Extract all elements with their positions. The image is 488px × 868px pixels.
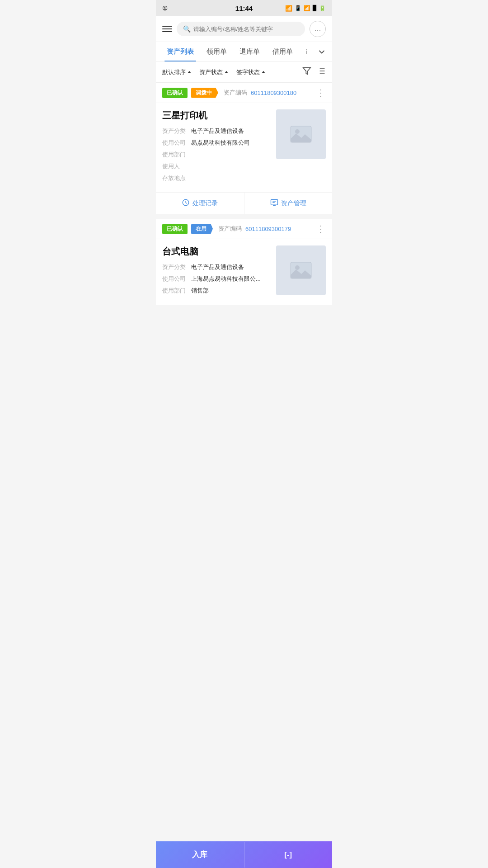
- asset-manage-label-1: 资产管理: [281, 199, 306, 208]
- search-bar[interactable]: 🔍: [177, 22, 305, 36]
- card-body-2: 台式电脑 资产分类 电子产品及通信设备 使用公司 上海易点易动科技有限公... …: [156, 239, 332, 305]
- code-label-1: 资产编码: [224, 89, 247, 97]
- sign-status-label: 签字状态: [236, 68, 260, 76]
- list-view-icon[interactable]: [317, 66, 326, 78]
- search-icon: 🔍: [183, 25, 191, 33]
- sort-label: 默认排序: [162, 68, 186, 76]
- sign-status-arrow-icon: [262, 71, 265, 73]
- asset-card-1: 已确认 调拨中 资产编码 60111809300180 ⋮ 三星打印机 资产分类…: [156, 83, 332, 214]
- info-value-company-2: 上海易点易动科技有限公...: [191, 275, 261, 283]
- tab-return[interactable]: 退库单: [233, 42, 266, 61]
- tab-asset-list[interactable]: 资产列表: [160, 42, 200, 61]
- info-user-1: 使用人: [162, 162, 271, 170]
- info-value-category-1: 电子产品及通信设备: [191, 127, 244, 135]
- advanced-filter-icon[interactable]: [302, 66, 311, 78]
- info-label-user-1: 使用人: [162, 162, 191, 170]
- phone-icon: 📱: [295, 5, 301, 11]
- info-dept-2: 使用部门 销售部: [162, 287, 271, 295]
- info-label-dept-2: 使用部门: [162, 287, 191, 295]
- info-dept-1: 使用部门: [162, 151, 271, 159]
- card-more-button-2[interactable]: ⋮: [316, 223, 326, 234]
- card-header-1: 已确认 调拨中 资产编码 60111809300180 ⋮: [156, 83, 332, 103]
- card-info-2: 台式电脑 资产分类 电子产品及通信设备 使用公司 上海易点易动科技有限公... …: [162, 245, 271, 298]
- header: 🔍 …: [156, 16, 332, 42]
- wifi-icon: 📶: [304, 5, 310, 11]
- search-input[interactable]: [193, 26, 299, 33]
- info-label-dept-1: 使用部门: [162, 151, 191, 159]
- tab-dropdown-button[interactable]: [316, 44, 328, 60]
- info-value-category-2: 电子产品及通信设备: [191, 263, 244, 271]
- tab-requisition[interactable]: 领用单: [200, 42, 233, 61]
- card-more-button-1[interactable]: ⋮: [316, 87, 326, 98]
- status-icons: 📶 📱 📶 ▉ 🔋: [285, 5, 326, 12]
- tab-borrow[interactable]: 借用单: [266, 42, 299, 61]
- code-value-1: 60111809300180: [251, 90, 296, 96]
- card-info-1: 三星打印机 资产分类 电子产品及通信设备 使用公司 易点易动科技有限公司 使用部…: [162, 109, 271, 186]
- tabs-bar: 资产列表 领用单 退库单 借用单 i: [156, 42, 332, 62]
- code-value-2: 60111809300179: [245, 226, 291, 232]
- filter-icons: [302, 66, 326, 78]
- info-label-category-1: 资产分类: [162, 127, 191, 135]
- asset-name-2: 台式电脑: [162, 245, 271, 258]
- badge-confirmed-1: 已确认: [162, 88, 188, 98]
- info-value-company-1: 易点易动科技有限公司: [191, 139, 250, 147]
- info-company-2: 使用公司 上海易点易动科技有限公...: [162, 275, 271, 283]
- asset-status-arrow-icon: [225, 71, 228, 73]
- asset-status-filter[interactable]: 资产状态: [199, 68, 228, 76]
- info-label-location-1: 存放地点: [162, 174, 191, 182]
- tab-more-label[interactable]: i: [299, 42, 313, 61]
- card-header-2: 已确认 在用 资产编码 60111809300179 ⋮: [156, 219, 332, 239]
- info-category-2: 资产分类 电子产品及通信设备: [162, 263, 271, 271]
- info-location-1: 存放地点: [162, 174, 271, 182]
- badge-status-1: 调拨中: [191, 88, 218, 98]
- bluetooth-icon: 📶: [285, 5, 292, 12]
- card-body-1: 三星打印机 资产分类 电子产品及通信设备 使用公司 易点易动科技有限公司 使用部…: [156, 103, 332, 192]
- status-bar: ① 11:44 📶 📱 📶 ▉ 🔋: [156, 0, 332, 16]
- status-circle: ①: [162, 5, 168, 12]
- filter-row: 默认排序 资产状态 签字状态: [156, 62, 332, 83]
- menu-button[interactable]: [162, 26, 172, 32]
- asset-manage-button-1[interactable]: 资产管理: [244, 193, 333, 214]
- info-label-company-2: 使用公司: [162, 275, 191, 283]
- process-record-button-1[interactable]: 处理记录: [156, 193, 244, 214]
- process-record-icon-1: [182, 198, 190, 208]
- chat-button[interactable]: …: [310, 21, 326, 37]
- chat-icon: …: [314, 25, 321, 33]
- asset-status-label: 资产状态: [199, 68, 223, 76]
- sign-status-filter[interactable]: 签字状态: [236, 68, 265, 76]
- info-company-1: 使用公司 易点易动科技有限公司: [162, 139, 271, 147]
- info-value-dept-2: 销售部: [191, 287, 209, 295]
- sort-filter[interactable]: 默认排序: [162, 68, 191, 76]
- info-label-category-2: 资产分类: [162, 263, 191, 271]
- badge-confirmed-2: 已确认: [162, 224, 188, 234]
- asset-manage-icon-1: [270, 198, 278, 208]
- asset-name-1: 三星打印机: [162, 109, 271, 122]
- svg-rect-3: [271, 199, 277, 205]
- code-label-2: 资产编码: [218, 225, 242, 233]
- info-category-1: 资产分类 电子产品及通信设备: [162, 127, 271, 135]
- svg-point-1: [295, 129, 300, 134]
- badge-status-2: 在用: [191, 224, 213, 234]
- battery-icon: 🔋: [319, 5, 326, 11]
- asset-image-1: [276, 109, 326, 159]
- asset-card-2: 已确认 在用 资产编码 60111809300179 ⋮ 台式电脑 资产分类 电…: [156, 219, 332, 305]
- sort-arrow-icon: [188, 71, 191, 73]
- svg-point-5: [295, 265, 300, 270]
- status-time: 11:44: [235, 5, 253, 12]
- card-footer-1: 处理记录 资产管理: [156, 192, 332, 214]
- info-label-company-1: 使用公司: [162, 139, 191, 147]
- asset-image-2: [276, 245, 326, 295]
- signal-icon: ▉: [313, 5, 317, 11]
- process-record-label-1: 处理记录: [192, 199, 218, 208]
